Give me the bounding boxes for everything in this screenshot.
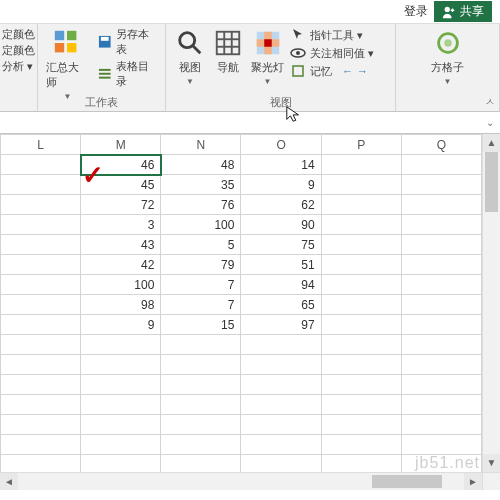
cell-M15[interactable] [81, 435, 161, 455]
analysis-dropdown[interactable]: 分析 ▾ [2, 59, 35, 74]
cell-Q15[interactable] [401, 435, 481, 455]
cell-M7[interactable]: 100 [81, 275, 161, 295]
nav-prev-button[interactable]: ← [342, 65, 353, 77]
cell-M12[interactable] [81, 375, 161, 395]
cell-N3[interactable]: 76 [161, 195, 241, 215]
summary-master-button[interactable]: 汇总大师 ▼ [44, 26, 91, 103]
login-link[interactable]: 登录 [404, 3, 428, 20]
scroll-down-icon[interactable]: ▼ [483, 454, 500, 472]
cell-P1[interactable] [321, 155, 401, 175]
fangge-button[interactable]: 方格子 ▼ [429, 26, 466, 88]
cell-L15[interactable] [1, 435, 81, 455]
grid-table[interactable]: L M N O P Q 4648144535972766231009043575… [0, 134, 482, 472]
cell-M2[interactable]: 45 [81, 175, 161, 195]
cell-M6[interactable]: 42 [81, 255, 161, 275]
cell-P16[interactable] [321, 455, 401, 473]
cell-Q6[interactable] [401, 255, 481, 275]
cell-Q8[interactable] [401, 295, 481, 315]
memory-button[interactable]: 记忆 [310, 64, 332, 79]
cell-L14[interactable] [1, 415, 81, 435]
col-header-P[interactable]: P [321, 135, 401, 155]
nav-next-button[interactable]: → [357, 65, 368, 77]
cell-Q4[interactable] [401, 215, 481, 235]
cell-Q10[interactable] [401, 335, 481, 355]
cell-O5[interactable]: 75 [241, 235, 321, 255]
cell-L3[interactable] [1, 195, 81, 215]
cell-Q16[interactable] [401, 455, 481, 473]
cell-N7[interactable]: 7 [161, 275, 241, 295]
col-header-N[interactable]: N [161, 135, 241, 155]
cell-M4[interactable]: 3 [81, 215, 161, 235]
cell-P7[interactable] [321, 275, 401, 295]
cell-P14[interactable] [321, 415, 401, 435]
cell-N10[interactable] [161, 335, 241, 355]
cell-P2[interactable] [321, 175, 401, 195]
cell-O1[interactable]: 14 [241, 155, 321, 175]
cell-Q2[interactable] [401, 175, 481, 195]
cell-P15[interactable] [321, 435, 401, 455]
cell-L4[interactable] [1, 215, 81, 235]
scroll-up-icon[interactable]: ▲ [483, 134, 500, 152]
vertical-scrollbar[interactable]: ▲ ▼ [482, 134, 500, 472]
col-header-O[interactable]: O [241, 135, 321, 155]
cell-O8[interactable]: 65 [241, 295, 321, 315]
cell-N4[interactable]: 100 [161, 215, 241, 235]
cell-O11[interactable] [241, 355, 321, 375]
cell-P5[interactable] [321, 235, 401, 255]
cell-N2[interactable]: 35 [161, 175, 241, 195]
cell-Q5[interactable] [401, 235, 481, 255]
cell-O13[interactable] [241, 395, 321, 415]
cell-L5[interactable] [1, 235, 81, 255]
cell-O4[interactable]: 90 [241, 215, 321, 235]
cell-M10[interactable] [81, 335, 161, 355]
saveas-table-button[interactable]: 另存本表 [97, 26, 159, 58]
cell-Q14[interactable] [401, 415, 481, 435]
pointer-tool-button[interactable]: 指针工具 ▾ [290, 26, 388, 44]
cell-Q9[interactable] [401, 315, 481, 335]
spreadsheet-grid[interactable]: L M N O P Q 4648144535972766231009043575… [0, 134, 482, 472]
cell-O10[interactable] [241, 335, 321, 355]
cell-Q1[interactable] [401, 155, 481, 175]
nav-button[interactable]: 导航 [211, 26, 245, 77]
cell-N8[interactable]: 7 [161, 295, 241, 315]
cell-L12[interactable] [1, 375, 81, 395]
cell-P9[interactable] [321, 315, 401, 335]
cell-N15[interactable] [161, 435, 241, 455]
cell-O7[interactable]: 94 [241, 275, 321, 295]
cell-P8[interactable] [321, 295, 401, 315]
cell-N5[interactable]: 5 [161, 235, 241, 255]
col-header-M[interactable]: M [81, 135, 161, 155]
cell-Q7[interactable] [401, 275, 481, 295]
cell-M5[interactable]: 43 [81, 235, 161, 255]
cell-M13[interactable] [81, 395, 161, 415]
cell-M11[interactable] [81, 355, 161, 375]
view-button[interactable]: 视图 ▼ [173, 26, 207, 88]
formula-bar[interactable]: ⌄ [0, 112, 500, 134]
cell-N12[interactable] [161, 375, 241, 395]
cell-Q3[interactable] [401, 195, 481, 215]
expand-formula-icon[interactable]: ⌄ [486, 117, 494, 128]
focus-same-button[interactable]: 关注相同值 ▾ [290, 44, 388, 62]
cell-O16[interactable] [241, 455, 321, 473]
cell-P10[interactable] [321, 335, 401, 355]
cell-Q13[interactable] [401, 395, 481, 415]
col-header-Q[interactable]: Q [401, 135, 481, 155]
cell-M3[interactable]: 72 [81, 195, 161, 215]
cell-L2[interactable] [1, 175, 81, 195]
cell-N13[interactable] [161, 395, 241, 415]
horizontal-scrollbar[interactable]: ◄ ► [0, 472, 482, 490]
cell-O2[interactable]: 9 [241, 175, 321, 195]
cell-O12[interactable] [241, 375, 321, 395]
col-header-L[interactable]: L [1, 135, 81, 155]
cell-L11[interactable] [1, 355, 81, 375]
scroll-right-icon[interactable]: ► [464, 473, 482, 490]
cell-N11[interactable] [161, 355, 241, 375]
cell-O3[interactable]: 62 [241, 195, 321, 215]
share-button[interactable]: 共享 [434, 1, 492, 22]
table-toc-button[interactable]: 表格目录 [97, 58, 159, 90]
cell-N9[interactable]: 15 [161, 315, 241, 335]
cell-L6[interactable] [1, 255, 81, 275]
cell-L9[interactable] [1, 315, 81, 335]
cell-M8[interactable]: 98 [81, 295, 161, 315]
vscroll-thumb[interactable] [485, 152, 498, 212]
